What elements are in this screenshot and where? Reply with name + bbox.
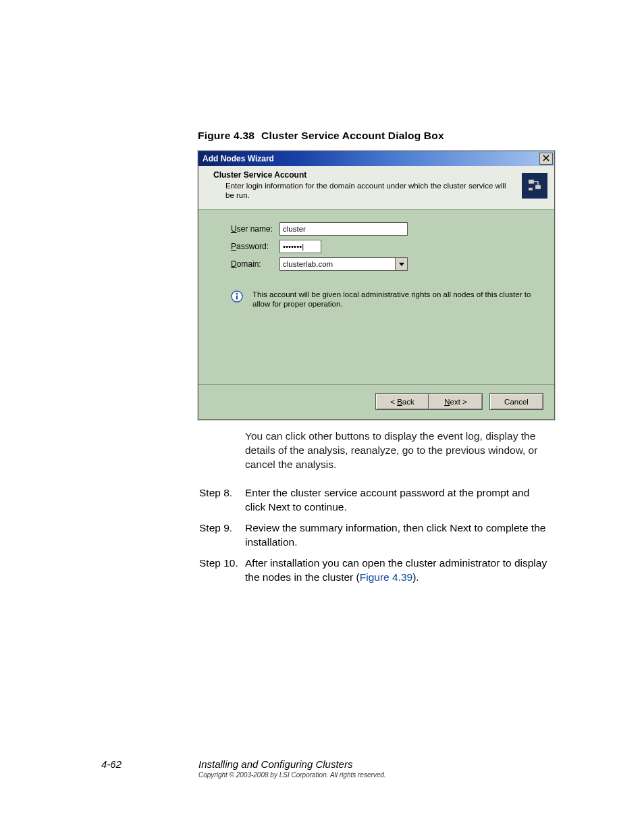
- figure-caption: Figure 4.38Cluster Service Account Dialo…: [198, 130, 444, 142]
- info-note-text: This account will be given local adminis…: [252, 290, 539, 309]
- dialog-header-subtitle: Enter login information for the domain a…: [213, 180, 509, 201]
- dialog-footer: < Back Next > Cancel: [198, 384, 554, 419]
- dialog-titlebar: Add Nodes Wizard: [198, 151, 554, 166]
- next-button[interactable]: Next >: [429, 393, 483, 410]
- svg-rect-4: [236, 296, 238, 300]
- svg-rect-0: [529, 180, 534, 184]
- document-page: Figure 4.38Cluster Service Account Dialo…: [0, 0, 644, 834]
- back-button[interactable]: < Back: [375, 393, 429, 410]
- svg-point-3: [236, 293, 238, 295]
- step-label: Step 8.: [199, 486, 232, 500]
- username-row: User name: cluster: [231, 222, 539, 236]
- step-text: Enter the cluster service account passwo…: [245, 486, 547, 515]
- dialog-header: Cluster Service Account Enter login info…: [198, 166, 554, 210]
- password-input[interactable]: •••••••|: [279, 240, 321, 253]
- username-label: User name:: [231, 224, 279, 234]
- text-cursor: |: [302, 242, 304, 251]
- close-icon: [543, 154, 549, 163]
- dialog-body: User name: cluster Password: •••••••| Do…: [198, 210, 554, 384]
- step-9: Step 9. Review the summary information, …: [199, 521, 547, 550]
- domain-row: Domain: clusterlab.com: [231, 257, 539, 271]
- step-10: Step 10. After installation you can open…: [199, 556, 547, 585]
- paragraph: You can click other buttons to display t…: [245, 429, 546, 472]
- step-8: Step 8. Enter the cluster service accoun…: [199, 486, 547, 515]
- domain-label: Domain:: [231, 259, 279, 269]
- combobox-dropdown-button[interactable]: [395, 258, 407, 271]
- dialog-title: Add Nodes Wizard: [203, 154, 274, 163]
- step-text: Review the summary information, then cli…: [245, 521, 547, 550]
- copyright: Copyright © 2003-2008 by LSI Corporation…: [198, 771, 386, 779]
- chevron-down-icon: [399, 260, 404, 268]
- dialog-header-title: Cluster Service Account: [213, 170, 516, 180]
- password-label: Password:: [231, 242, 279, 251]
- cluster-icon: [522, 173, 547, 199]
- domain-combobox[interactable]: clusterlab.com: [279, 257, 408, 271]
- close-button[interactable]: [539, 153, 553, 165]
- cancel-button[interactable]: Cancel: [489, 393, 543, 410]
- svg-rect-1: [535, 185, 541, 189]
- username-input[interactable]: cluster: [279, 222, 408, 236]
- figure-link[interactable]: Figure 4.39: [360, 571, 412, 583]
- info-note-row: This account will be given local adminis…: [231, 290, 539, 309]
- step-label: Step 9.: [199, 521, 232, 536]
- step-label: Step 10.: [199, 556, 238, 571]
- password-row: Password: •••••••|: [231, 240, 539, 253]
- step-text: After installation you can open the clus…: [245, 556, 547, 585]
- figure-title: Cluster Service Account Dialog Box: [261, 130, 444, 141]
- page-number: 4-62: [101, 758, 122, 770]
- info-icon: [231, 290, 243, 303]
- add-nodes-wizard-dialog: Add Nodes Wizard Cluster Service Account…: [198, 151, 555, 420]
- figure-number: Figure 4.38: [198, 130, 254, 141]
- section-title: Installing and Configuring Clusters: [198, 758, 352, 770]
